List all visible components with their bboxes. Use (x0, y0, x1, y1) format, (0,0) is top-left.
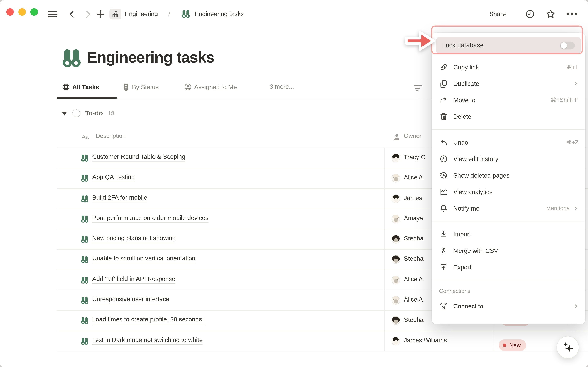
notify-setting-value: Mentions (546, 205, 570, 212)
close-window-button[interactable] (6, 8, 14, 16)
row-binoculars-icon (81, 174, 89, 183)
owner-name[interactable]: James Williams (404, 337, 447, 344)
analytics-chart-icon (439, 187, 448, 196)
breadcrumb-separator: / (169, 10, 170, 18)
status-dot-icon (503, 344, 506, 347)
avatar (392, 235, 400, 243)
avatar (392, 276, 400, 284)
move-to-icon (439, 95, 448, 104)
menu-item-notify-me[interactable]: Notify me Mentions (436, 200, 581, 217)
task-link[interactable]: Poor performance on older mobile devices (92, 214, 208, 223)
connections-section-header: Connections (436, 285, 581, 298)
group-header-todo[interactable]: To-do 18 (62, 109, 114, 117)
status-badge[interactable]: New (499, 340, 526, 351)
breadcrumb-workspace[interactable]: Engineering (125, 10, 158, 18)
person-property-icon (393, 133, 401, 141)
menu-item-view-edit-history[interactable]: View edit history (436, 150, 581, 167)
menu-item-export[interactable]: Export (436, 259, 581, 275)
toggle-knob (561, 42, 567, 49)
row-binoculars-icon (81, 337, 89, 345)
owner-name[interactable]: Stepha (404, 255, 424, 263)
task-link[interactable]: New pricing plans not showing (92, 235, 176, 243)
lock-database-toggle[interactable] (560, 42, 575, 49)
minimize-window-button[interactable] (18, 8, 26, 16)
row-binoculars-icon (81, 276, 89, 284)
menu-divider (432, 280, 585, 280)
zoom-window-button[interactable] (30, 8, 38, 16)
collapse-caret-icon[interactable] (62, 111, 67, 115)
breadcrumb-page[interactable]: Engineering tasks (195, 10, 244, 18)
menu-item-move-to[interactable]: Move to ⌘+Shift+P (436, 92, 581, 108)
favorite-star-icon[interactable] (545, 9, 555, 18)
owner-name[interactable]: James (404, 194, 422, 201)
new-page-icon[interactable] (96, 10, 105, 19)
task-link[interactable]: Load times to create profile, 30 seconds… (92, 316, 205, 324)
text-property-icon: Aa (82, 133, 89, 140)
back-icon[interactable] (68, 10, 77, 19)
owner-name[interactable]: Stepha (404, 316, 424, 324)
task-link[interactable]: Add ‘ref’ field in API Response (92, 275, 175, 284)
row-binoculars-icon (81, 296, 89, 305)
owner-name[interactable]: Alice A (404, 296, 423, 303)
connect-network-icon (439, 301, 448, 310)
row-binoculars-icon (81, 195, 89, 203)
column-divider[interactable] (384, 148, 385, 351)
menu-item-import[interactable]: Import (436, 226, 581, 242)
shortcut-label: ⌘+Shift+P (551, 97, 579, 103)
avatar (392, 337, 400, 345)
avatar (392, 296, 400, 305)
tab-by-status[interactable]: By Status (123, 83, 159, 91)
workspace-building-icon[interactable] (110, 8, 121, 19)
menu-item-show-deleted-pages[interactable]: Show deleted pages (436, 167, 581, 184)
avatar (392, 255, 400, 264)
task-link[interactable]: Text in Dark mode not switching to white (92, 336, 203, 345)
task-link[interactable]: Build 2FA for mobile (92, 194, 147, 202)
forward-icon[interactable] (83, 10, 92, 19)
annotation-arrow-icon (404, 29, 436, 52)
column-header-owner[interactable]: Owner (404, 133, 422, 139)
restore-history-icon (439, 171, 448, 180)
menu-item-view-analytics[interactable]: View analytics (436, 184, 581, 200)
todo-status-circle-icon (72, 109, 80, 117)
tab-all-tasks[interactable]: All Tasks (62, 83, 99, 91)
menu-item-undo[interactable]: Undo ⌘+Z (436, 134, 581, 151)
row-binoculars-icon (81, 154, 89, 162)
duplicate-icon (439, 79, 448, 88)
task-link[interactable]: Unable to scroll on vertical orientation (92, 255, 195, 263)
tab-more-views[interactable]: 3 more... (270, 83, 294, 90)
avatar (392, 174, 400, 183)
share-button[interactable]: Share (489, 10, 506, 18)
title-bar: Engineering / Engineering tasks Share (0, 0, 588, 27)
chevron-right-icon (573, 81, 579, 87)
page-options-menu: Lock database Copy link ⌘+L Duplicate Mo… (432, 33, 585, 324)
filter-icon[interactable] (414, 85, 423, 92)
updates-clock-icon[interactable] (525, 9, 534, 18)
menu-item-lock-database[interactable]: Lock database (436, 37, 581, 54)
export-icon (439, 263, 448, 272)
owner-name[interactable]: Alice A (404, 276, 423, 283)
sidebar-menu-icon[interactable] (48, 10, 57, 19)
owner-name[interactable]: Tracy C (404, 154, 425, 161)
more-options-icon[interactable] (567, 12, 576, 21)
ai-sparkle-button[interactable] (556, 336, 579, 359)
chevron-right-icon (573, 303, 579, 309)
menu-item-merge-with-csv[interactable]: Merge with CSV (436, 242, 581, 259)
trash-icon (439, 112, 448, 121)
menu-item-copy-link[interactable]: Copy link ⌘+L (436, 59, 581, 75)
clock-icon (439, 154, 448, 163)
avatar (392, 154, 400, 162)
active-tab-underline (57, 97, 117, 98)
task-link[interactable]: App QA Testing (92, 174, 135, 182)
column-header-description[interactable]: Description (95, 133, 126, 139)
app-window: Engineering / Engineering tasks Share En… (0, 0, 588, 367)
person-circle-icon (184, 83, 192, 91)
owner-name[interactable]: Amaya (404, 215, 423, 222)
menu-item-connect-to[interactable]: Connect to (436, 298, 581, 314)
tab-assigned-to-me[interactable]: Assigned to Me (184, 83, 237, 91)
task-link[interactable]: Unresponsive user interface (92, 296, 169, 304)
owner-name[interactable]: Stepha (404, 235, 424, 242)
owner-name[interactable]: Alice A (404, 174, 423, 181)
task-link[interactable]: Customer Round Table & Scoping (92, 153, 185, 162)
menu-item-delete[interactable]: Delete (436, 108, 581, 125)
menu-item-duplicate[interactable]: Duplicate (436, 75, 581, 92)
